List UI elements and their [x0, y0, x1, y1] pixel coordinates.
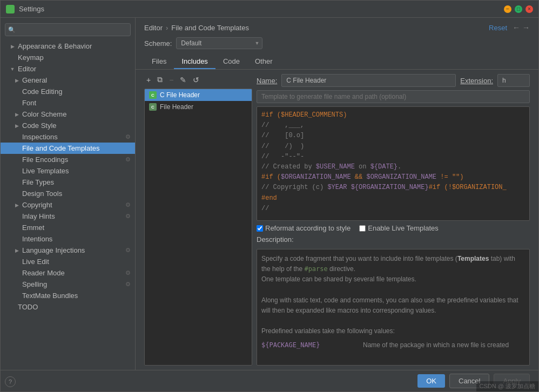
description-section: Specify a code fragment that you want to… — [257, 249, 530, 366]
nav-arrows: ← → — [513, 23, 530, 32]
options-row: Reformat according to style Enable Live … — [257, 224, 530, 232]
scheme-label: Scheme: — [144, 39, 172, 48]
sidebar-label: General — [22, 76, 47, 84]
filename-row — [257, 90, 530, 103]
sidebar-item-code-editing[interactable]: Code Editing — [1, 86, 135, 97]
live-templates-checkbox-wrap[interactable]: Enable Live Templates — [359, 224, 439, 232]
main-panel: Editor › File and Code Templates Reset ←… — [136, 18, 538, 370]
sidebar-label: TextMate Bundles — [22, 292, 78, 300]
sidebar-item-general[interactable]: ▶ General — [1, 75, 135, 86]
sidebar-label: Spelling — [22, 280, 47, 288]
code-line: // — [261, 204, 525, 214]
copy-template-button[interactable]: ⧉ — [155, 74, 165, 85]
expand-arrow: ▶ — [14, 78, 20, 83]
sidebar-item-file-and-code-templates[interactable]: File and Code Templates — [1, 143, 135, 154]
breadcrumb-current: File and Code Templates — [171, 24, 249, 32]
window-title: Settings — [19, 5, 504, 13]
settings-icon: ⚙ — [125, 213, 131, 220]
window-controls: − □ × — [504, 5, 533, 13]
code-line: // /) ) — [261, 141, 525, 152]
sidebar-item-editor[interactable]: ▼ Editor — [1, 63, 135, 75]
sidebar-label: Code Style — [22, 121, 57, 130]
breadcrumb-separator: › — [166, 24, 168, 32]
maximize-button[interactable]: □ — [515, 5, 522, 13]
sidebar-item-language-injections[interactable]: ▶ Language Injections ⚙ — [1, 245, 135, 256]
scheme-select[interactable]: Default Project — [176, 37, 262, 49]
search-box: 🔍 — [5, 23, 131, 36]
description-label: Description: — [257, 235, 530, 244]
editor-pane: Name: Extension: #if ($HEADER_COMMENTS) … — [257, 74, 530, 366]
code-line: // Created by $USER_NAME on ${DATE}. — [261, 162, 525, 172]
sidebar-item-design-tools[interactable]: Design Tools — [1, 188, 135, 199]
sidebar-item-appearance[interactable]: ▶ Appearance & Behavior — [1, 40, 135, 52]
name-row: Name: Extension: — [257, 74, 530, 87]
sidebar-item-textmate-bundles[interactable]: TextMate Bundles — [1, 290, 135, 301]
tab-other[interactable]: Other — [247, 55, 280, 69]
settings-icon: ⚙ — [125, 269, 131, 276]
settings-icon: ⚙ — [125, 133, 131, 140]
reformat-checkbox-wrap[interactable]: Reformat according to style — [257, 224, 351, 232]
sidebar-item-file-types[interactable]: File Types — [1, 177, 135, 188]
breadcrumb-parent: Editor — [144, 24, 163, 32]
reset-link[interactable]: Reset — [489, 24, 507, 32]
help-button[interactable]: ? — [5, 376, 16, 387]
code-line: #end — [261, 193, 525, 204]
sidebar-item-reader-mode[interactable]: Reader Mode ⚙ — [1, 267, 135, 279]
sidebar-label: TODO — [18, 303, 38, 311]
search-icon: 🔍 — [8, 26, 16, 33]
name-label: Name: — [257, 77, 277, 85]
tab-code[interactable]: Code — [215, 55, 247, 69]
extension-label: Extension: — [460, 77, 493, 85]
sidebar-label: File and Code Templates — [22, 144, 100, 152]
file-item-label: File Header — [160, 103, 193, 111]
settings-window: Settings − □ × 🔍 ▶ Appearance & Behavior… — [0, 0, 539, 392]
sidebar-item-copyright[interactable]: ▶ Copyright ⚙ — [1, 199, 135, 211]
search-input[interactable] — [5, 23, 131, 36]
back-arrow[interactable]: ← — [513, 23, 520, 32]
name-input[interactable] — [281, 74, 456, 87]
forward-arrow[interactable]: → — [522, 23, 530, 32]
sidebar-item-spelling[interactable]: Spelling ⚙ — [1, 279, 135, 290]
sidebar-item-file-encodings[interactable]: File Encodings ⚙ — [1, 154, 135, 165]
remove-template-button[interactable]: − — [167, 75, 176, 85]
filename-input[interactable] — [257, 90, 530, 103]
expand-arrow: ▶ — [14, 112, 20, 117]
sidebar-item-inspections[interactable]: Inspections ⚙ — [1, 131, 135, 143]
close-button[interactable]: × — [525, 5, 533, 13]
expand-arrow: ▶ — [14, 202, 20, 208]
file-item-c-header[interactable]: C C File Header — [145, 89, 252, 101]
minimize-button[interactable]: − — [504, 5, 511, 13]
code-line: // ,___, — [261, 120, 525, 131]
sidebar-label: Live Edit — [22, 258, 49, 266]
scheme-row: Scheme: Default Project — [136, 32, 538, 49]
tab-files[interactable]: Files — [144, 55, 174, 69]
sidebar-item-inlay-hints[interactable]: Inlay Hints ⚙ — [1, 211, 135, 222]
bottom-bar: OK Cancel Apply — [1, 370, 538, 391]
sidebar-item-font[interactable]: Font — [1, 97, 135, 109]
ok-button[interactable]: OK — [417, 374, 445, 388]
sidebar-label: Code Editing — [22, 87, 62, 96]
description-text: Specify a code fragment that you want to… — [261, 254, 525, 350]
reformat-checkbox[interactable] — [257, 225, 263, 232]
reset-template-button[interactable]: ↺ — [191, 75, 201, 85]
add-template-button[interactable]: + — [144, 75, 153, 85]
extension-input[interactable] — [497, 74, 530, 87]
sidebar-label: File Types — [22, 178, 54, 186]
sidebar-item-code-style[interactable]: ▶ Code Style — [1, 120, 135, 131]
sidebar-item-color-scheme[interactable]: ▶ Color Scheme — [1, 109, 135, 120]
sidebar-item-live-edit[interactable]: Live Edit — [1, 256, 135, 267]
scheme-select-wrap: Default Project — [176, 37, 262, 49]
tab-includes[interactable]: Includes — [174, 55, 215, 69]
sidebar-item-todo[interactable]: TODO — [1, 301, 135, 313]
live-templates-checkbox[interactable] — [359, 225, 366, 232]
file-item-header[interactable]: C File Header — [145, 101, 252, 113]
sidebar-label: Inspections — [22, 133, 58, 141]
code-editor[interactable]: #if ($HEADER_COMMENTS) // ,___, // [0.o]… — [257, 106, 530, 221]
breadcrumb: Editor › File and Code Templates — [144, 24, 249, 32]
sidebar-item-keymap[interactable]: Keymap — [1, 52, 135, 63]
sidebar-item-intentions[interactable]: Intentions — [1, 233, 135, 245]
title-bar: Settings − □ × — [1, 1, 538, 18]
sidebar-item-live-templates[interactable]: Live Templates — [1, 165, 135, 177]
sidebar-item-emmet[interactable]: Emmet — [1, 222, 135, 233]
rename-template-button[interactable]: ✎ — [178, 75, 188, 85]
